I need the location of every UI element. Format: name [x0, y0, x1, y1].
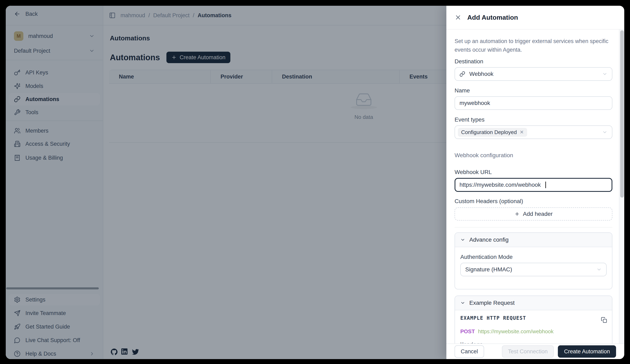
event-types-select[interactable]: Configuration Deployed ✕: [454, 126, 612, 139]
example-request-body: EXAMPLE HTTP REQUEST POST https://mywebs…: [455, 310, 612, 344]
example-request-header[interactable]: Example Request: [455, 296, 612, 310]
advance-config-panel: Advance config Authentication Mode Signa…: [454, 232, 612, 290]
event-types-label: Event types: [454, 116, 612, 123]
drawer-scrollbar-thumb[interactable]: [620, 30, 624, 198]
add-header-label: Add header: [523, 211, 553, 217]
drawer-title: Add Automation: [467, 14, 518, 21]
advance-config-header[interactable]: Advance config: [455, 233, 612, 247]
advance-config-title: Advance config: [469, 236, 508, 243]
code-method: POST: [460, 328, 475, 334]
auth-mode-value: Signature (HMAC): [465, 266, 592, 273]
chevron-down-icon: [602, 130, 608, 135]
divider: [454, 227, 612, 228]
event-type-tag-label: Configuration Deployed: [461, 129, 517, 136]
link-icon: [460, 71, 465, 77]
drawer-body: Set up an automation to trigger external…: [446, 30, 624, 344]
chevron-down-icon: [602, 71, 608, 77]
auth-mode-label: Authentication Mode: [460, 254, 512, 260]
copy-icon[interactable]: [601, 317, 607, 323]
drawer-footer: Cancel Test Connection Create Automation: [446, 344, 624, 359]
add-automation-drawer: Add Automation Set up an automation to t…: [446, 6, 624, 359]
cancel-button[interactable]: Cancel: [454, 345, 484, 358]
destination-value: Webhook: [469, 71, 598, 77]
code-caption: EXAMPLE HTTP REQUEST: [460, 315, 526, 321]
chevron-down-icon: [460, 237, 465, 242]
destination-label: Destination: [454, 58, 612, 65]
plus-icon: [514, 211, 520, 217]
custom-headers-label: Custom Headers (optional): [454, 198, 612, 204]
code-request-line: POST https://mywebsite.com/webhook: [460, 328, 554, 335]
app-window: Back M mahmoud Default Project: [6, 6, 624, 359]
close-icon[interactable]: [454, 14, 462, 21]
advance-config-body: Authentication Mode Signature (HMAC): [455, 247, 612, 290]
webhook-url-label: Webhook URL: [454, 169, 612, 176]
drawer-description: Set up an automation to trigger external…: [454, 37, 612, 54]
name-label: Name: [454, 87, 612, 94]
drawer-header: Add Automation: [446, 6, 624, 30]
auth-mode-select[interactable]: Signature (HMAC): [460, 263, 607, 276]
tag-close-icon[interactable]: ✕: [520, 129, 524, 135]
example-request-panel: Example Request EXAMPLE HTTP REQUEST POS…: [454, 296, 612, 344]
name-input[interactable]: mywebhook: [454, 96, 612, 110]
create-automation-submit-button[interactable]: Create Automation: [558, 345, 616, 358]
webhook-url-input[interactable]: https://mywebsite.com/webhook: [454, 178, 612, 192]
destination-select[interactable]: Webhook: [454, 67, 612, 81]
drawer-scrollbar[interactable]: [619, 30, 624, 344]
add-header-button[interactable]: Add header: [454, 208, 612, 220]
text-caret: [545, 182, 546, 188]
code-url: https://mywebsite.com/webhook: [478, 328, 554, 334]
screen: Back M mahmoud Default Project: [0, 0, 630, 364]
name-value: mywebhook: [460, 100, 608, 106]
example-request-title: Example Request: [469, 300, 514, 306]
add-header-container: Add header: [454, 208, 612, 220]
webhook-url-value: https://mywebsite.com/webhook: [460, 182, 541, 188]
code-headers-line: Headers:: [460, 342, 486, 344]
chevron-down-icon: [460, 300, 465, 306]
event-type-tag: Configuration Deployed ✕: [458, 128, 527, 137]
webhook-config-section-title: Webhook configuration: [454, 152, 612, 159]
test-connection-button[interactable]: Test Connection: [502, 345, 554, 358]
chevron-down-icon: [596, 267, 602, 272]
